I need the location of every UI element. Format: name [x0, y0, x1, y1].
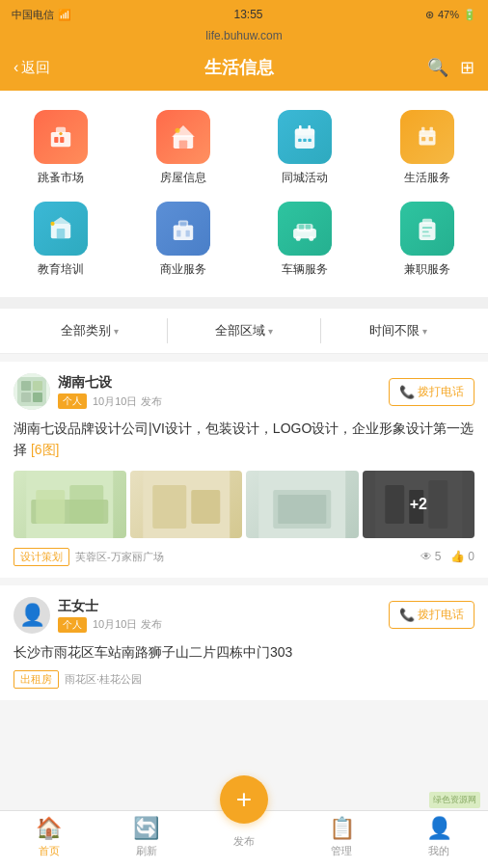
status-time: 13:55 [233, 8, 262, 21]
category-item-event[interactable]: 同城活动 [244, 102, 366, 194]
phone-icon-2: 📞 [399, 608, 415, 622]
category-item-house[interactable]: 房屋信息 [122, 102, 245, 194]
category-item-biz[interactable]: 商业服务 [122, 194, 245, 285]
watermark: 绿色资源网 [429, 792, 480, 808]
manage-nav-icon: 📋 [329, 816, 355, 841]
view-number-1: 5 [435, 550, 442, 563]
like-number-1: 0 [468, 550, 474, 563]
back-chevron-icon: ‹ [14, 59, 18, 76]
svg-point-36 [310, 236, 314, 241]
card-footer-1: 设计策划 芙蓉区-万家丽广场 👁 5 👍 0 [14, 548, 474, 566]
search-icon[interactable]: 🔍 [427, 57, 448, 78]
bottom-nav: 🏠 首页 🔄 刷新 + 发布 📋 管理 👤 我的 [0, 810, 488, 868]
call-button-2[interactable]: 📞 拨打电话 [389, 601, 474, 629]
image-more-overlay: +2 [363, 471, 475, 538]
edu-label: 教育培训 [38, 261, 84, 278]
back-label: 返回 [21, 59, 50, 77]
category-grid: 跳蚤市场 房屋信息 同城活动 [0, 91, 488, 297]
wifi-icon: 📶 [58, 9, 71, 21]
listing-card-2: 👤 王女士 个人 10月10日 发布 📞 拨打电话 长沙市雨花区车站南路狮子山二… [0, 585, 488, 700]
rent-tag[interactable]: 出租房 [14, 670, 59, 689]
nav-bar: ‹ 返回 生活信息 🔍 ⊞ [0, 46, 488, 91]
grid-icon[interactable]: ⊞ [460, 57, 474, 78]
nav-item-me[interactable]: 👤 我的 [391, 816, 488, 858]
user-meta-2: 个人 10月10日 发布 [58, 617, 162, 633]
event-icon [278, 110, 332, 164]
svg-rect-15 [309, 139, 312, 142]
me-nav-label: 我的 [428, 844, 449, 858]
card-content-2: 长沙市雨花区车站南路狮子山二片四栋中门303 [14, 641, 474, 663]
post-time-2: 10月10日 发布 [93, 617, 162, 632]
call-label-1: 拨打电话 [418, 384, 464, 400]
nav-actions: 🔍 ⊞ [427, 57, 474, 78]
nav-item-refresh[interactable]: 🔄 刷新 [97, 816, 195, 858]
svg-rect-26 [174, 226, 193, 240]
listing-image-1-3[interactable] [246, 471, 359, 538]
category-tag-1[interactable]: 设计策划 [14, 548, 69, 566]
status-right: ⊛ 47% 🔋 [425, 9, 476, 21]
filter-time[interactable]: 时间不限 ▾ [321, 318, 474, 343]
refresh-nav-icon: 🔄 [133, 816, 159, 841]
svg-rect-17 [421, 127, 424, 132]
svg-rect-50 [36, 490, 65, 524]
call-label-2: 拨打电话 [418, 607, 464, 623]
svg-rect-2 [54, 137, 58, 143]
category-item-flea[interactable]: 跳蚤市场 [0, 102, 122, 194]
category-item-car[interactable]: 车辆服务 [244, 194, 366, 285]
svg-rect-12 [309, 125, 312, 130]
publish-button[interactable]: + [220, 775, 268, 824]
svg-rect-57 [278, 495, 326, 524]
flea-market-label: 跳蚤市场 [38, 170, 84, 186]
user-info-2: 王女士 个人 10月10日 发布 [58, 598, 162, 633]
svg-rect-28 [179, 222, 186, 226]
listing-image-1-2[interactable] [130, 471, 243, 538]
listing-image-1-4[interactable]: +2 [363, 471, 475, 538]
svg-rect-16 [419, 130, 435, 145]
location-tag-2: 雨花区·桂花公园 [65, 672, 142, 687]
svg-rect-54 [191, 490, 220, 524]
svg-rect-38 [422, 219, 432, 224]
phone-icon-1: 📞 [399, 385, 415, 399]
home-nav-label: 首页 [39, 844, 60, 858]
listing-image-1-1[interactable] [14, 471, 126, 538]
svg-rect-19 [421, 137, 425, 141]
card-text-1: 湖南七设品牌设计公司|VI设计，包装设计，LOGO设计，企业形象设计第一选择 [14, 420, 474, 457]
nav-item-manage[interactable]: 📋 管理 [293, 816, 391, 858]
watermark-text: 绿色资源网 [433, 795, 476, 804]
page-title: 生活信息 [204, 56, 274, 79]
life-service-icon [400, 110, 454, 164]
car-icon [278, 202, 332, 256]
category-item-edu[interactable]: 教育培训 [0, 194, 122, 285]
nav-item-publish[interactable]: + 发布 [195, 775, 292, 849]
card-stats-1: 👁 5 👍 0 [420, 550, 474, 563]
user-tag-2: 个人 [58, 617, 87, 633]
category-item-part[interactable]: 兼职服务 [366, 194, 489, 285]
svg-rect-45 [33, 381, 42, 391]
publish-nav-label: 发布 [233, 834, 255, 849]
url-bar: life.buhuw.com [0, 27, 488, 46]
svg-rect-10 [295, 129, 314, 136]
business-icon [156, 202, 210, 256]
eye-icon-1: 👁 [420, 550, 432, 563]
call-button-1[interactable]: 📞 拨打电话 [389, 378, 474, 406]
card-header-1: 湖南七设 个人 10月10日 发布 📞 拨打电话 [14, 373, 474, 410]
back-button[interactable]: ‹ 返回 [14, 59, 50, 77]
refresh-nav-label: 刷新 [136, 844, 157, 858]
home-nav-icon: 🏠 [36, 816, 62, 841]
svg-rect-53 [152, 485, 186, 529]
category-item-life[interactable]: 生活服务 [366, 102, 489, 194]
svg-point-35 [296, 236, 301, 241]
svg-rect-20 [428, 137, 432, 141]
house-label: 房屋信息 [160, 170, 206, 186]
user-name-1: 湖南七设 [58, 374, 162, 392]
view-count-1: 👁 5 [420, 550, 442, 563]
nav-item-home[interactable]: 🏠 首页 [0, 816, 97, 858]
bluetooth-icon: ⊛ [425, 9, 434, 21]
filter-category[interactable]: 全部类别 ▾ [14, 318, 168, 343]
avatar-1 [14, 373, 50, 410]
filter-region[interactable]: 全部区域 ▾ [168, 318, 322, 343]
like-icon-1: 👍 [450, 550, 465, 563]
card-user-1: 湖南七设 个人 10月10日 发布 [14, 373, 162, 410]
filter-category-arrow: ▾ [114, 326, 119, 337]
filter-category-label: 全部类别 [61, 322, 111, 339]
